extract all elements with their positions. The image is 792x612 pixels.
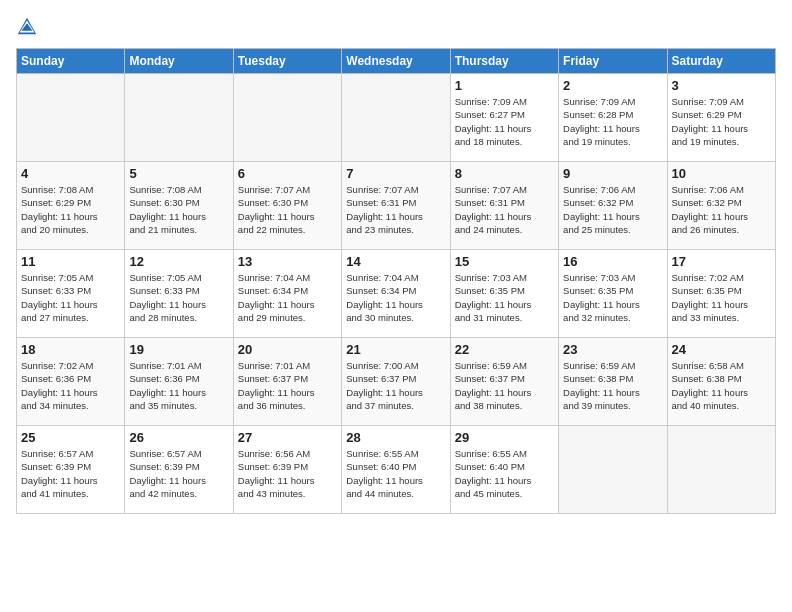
day-info: Sunrise: 7:08 AM Sunset: 6:29 PM Dayligh… [21, 183, 120, 236]
day-info: Sunrise: 7:00 AM Sunset: 6:37 PM Dayligh… [346, 359, 445, 412]
calendar-cell: 15Sunrise: 7:03 AM Sunset: 6:35 PM Dayli… [450, 250, 558, 338]
day-number: 16 [563, 254, 662, 269]
day-info: Sunrise: 7:06 AM Sunset: 6:32 PM Dayligh… [672, 183, 771, 236]
col-header-friday: Friday [559, 49, 667, 74]
calendar-cell: 2Sunrise: 7:09 AM Sunset: 6:28 PM Daylig… [559, 74, 667, 162]
day-number: 7 [346, 166, 445, 181]
calendar-table: SundayMondayTuesdayWednesdayThursdayFrid… [16, 48, 776, 514]
day-number: 1 [455, 78, 554, 93]
day-info: Sunrise: 7:08 AM Sunset: 6:30 PM Dayligh… [129, 183, 228, 236]
week-row-4: 18Sunrise: 7:02 AM Sunset: 6:36 PM Dayli… [17, 338, 776, 426]
calendar-cell: 3Sunrise: 7:09 AM Sunset: 6:29 PM Daylig… [667, 74, 775, 162]
col-header-tuesday: Tuesday [233, 49, 341, 74]
day-number: 18 [21, 342, 120, 357]
day-info: Sunrise: 7:09 AM Sunset: 6:27 PM Dayligh… [455, 95, 554, 148]
day-info: Sunrise: 6:59 AM Sunset: 6:37 PM Dayligh… [455, 359, 554, 412]
week-row-3: 11Sunrise: 7:05 AM Sunset: 6:33 PM Dayli… [17, 250, 776, 338]
day-number: 8 [455, 166, 554, 181]
day-info: Sunrise: 7:07 AM Sunset: 6:30 PM Dayligh… [238, 183, 337, 236]
day-number: 27 [238, 430, 337, 445]
calendar-cell [342, 74, 450, 162]
day-info: Sunrise: 6:58 AM Sunset: 6:38 PM Dayligh… [672, 359, 771, 412]
calendar-cell: 24Sunrise: 6:58 AM Sunset: 6:38 PM Dayli… [667, 338, 775, 426]
calendar-cell: 16Sunrise: 7:03 AM Sunset: 6:35 PM Dayli… [559, 250, 667, 338]
calendar-cell: 14Sunrise: 7:04 AM Sunset: 6:34 PM Dayli… [342, 250, 450, 338]
day-info: Sunrise: 7:09 AM Sunset: 6:29 PM Dayligh… [672, 95, 771, 148]
col-header-thursday: Thursday [450, 49, 558, 74]
day-number: 6 [238, 166, 337, 181]
day-number: 26 [129, 430, 228, 445]
calendar-cell: 23Sunrise: 6:59 AM Sunset: 6:38 PM Dayli… [559, 338, 667, 426]
day-number: 25 [21, 430, 120, 445]
week-row-1: 1Sunrise: 7:09 AM Sunset: 6:27 PM Daylig… [17, 74, 776, 162]
day-info: Sunrise: 7:02 AM Sunset: 6:36 PM Dayligh… [21, 359, 120, 412]
day-number: 28 [346, 430, 445, 445]
day-info: Sunrise: 6:55 AM Sunset: 6:40 PM Dayligh… [346, 447, 445, 500]
col-header-sunday: Sunday [17, 49, 125, 74]
week-row-5: 25Sunrise: 6:57 AM Sunset: 6:39 PM Dayli… [17, 426, 776, 514]
day-info: Sunrise: 6:59 AM Sunset: 6:38 PM Dayligh… [563, 359, 662, 412]
calendar-cell: 18Sunrise: 7:02 AM Sunset: 6:36 PM Dayli… [17, 338, 125, 426]
calendar-cell: 8Sunrise: 7:07 AM Sunset: 6:31 PM Daylig… [450, 162, 558, 250]
col-header-wednesday: Wednesday [342, 49, 450, 74]
calendar-cell: 28Sunrise: 6:55 AM Sunset: 6:40 PM Dayli… [342, 426, 450, 514]
day-info: Sunrise: 7:03 AM Sunset: 6:35 PM Dayligh… [455, 271, 554, 324]
day-number: 21 [346, 342, 445, 357]
day-number: 20 [238, 342, 337, 357]
calendar-cell: 4Sunrise: 7:08 AM Sunset: 6:29 PM Daylig… [17, 162, 125, 250]
calendar-cell: 25Sunrise: 6:57 AM Sunset: 6:39 PM Dayli… [17, 426, 125, 514]
day-number: 5 [129, 166, 228, 181]
day-number: 22 [455, 342, 554, 357]
day-number: 13 [238, 254, 337, 269]
day-number: 15 [455, 254, 554, 269]
day-number: 19 [129, 342, 228, 357]
calendar-cell: 22Sunrise: 6:59 AM Sunset: 6:37 PM Dayli… [450, 338, 558, 426]
day-info: Sunrise: 7:05 AM Sunset: 6:33 PM Dayligh… [129, 271, 228, 324]
calendar-cell: 17Sunrise: 7:02 AM Sunset: 6:35 PM Dayli… [667, 250, 775, 338]
day-info: Sunrise: 7:05 AM Sunset: 6:33 PM Dayligh… [21, 271, 120, 324]
day-number: 4 [21, 166, 120, 181]
calendar-cell: 19Sunrise: 7:01 AM Sunset: 6:36 PM Dayli… [125, 338, 233, 426]
day-number: 29 [455, 430, 554, 445]
calendar-cell: 26Sunrise: 6:57 AM Sunset: 6:39 PM Dayli… [125, 426, 233, 514]
day-info: Sunrise: 7:06 AM Sunset: 6:32 PM Dayligh… [563, 183, 662, 236]
day-number: 12 [129, 254, 228, 269]
calendar-cell: 10Sunrise: 7:06 AM Sunset: 6:32 PM Dayli… [667, 162, 775, 250]
calendar-cell [233, 74, 341, 162]
calendar-cell: 7Sunrise: 7:07 AM Sunset: 6:31 PM Daylig… [342, 162, 450, 250]
calendar-cell: 12Sunrise: 7:05 AM Sunset: 6:33 PM Dayli… [125, 250, 233, 338]
calendar-cell: 6Sunrise: 7:07 AM Sunset: 6:30 PM Daylig… [233, 162, 341, 250]
day-number: 14 [346, 254, 445, 269]
calendar-cell: 1Sunrise: 7:09 AM Sunset: 6:27 PM Daylig… [450, 74, 558, 162]
day-info: Sunrise: 6:57 AM Sunset: 6:39 PM Dayligh… [21, 447, 120, 500]
logo-icon [16, 16, 38, 38]
day-number: 10 [672, 166, 771, 181]
calendar-cell: 13Sunrise: 7:04 AM Sunset: 6:34 PM Dayli… [233, 250, 341, 338]
day-info: Sunrise: 7:04 AM Sunset: 6:34 PM Dayligh… [238, 271, 337, 324]
calendar-header-row: SundayMondayTuesdayWednesdayThursdayFrid… [17, 49, 776, 74]
calendar-cell [17, 74, 125, 162]
day-info: Sunrise: 7:04 AM Sunset: 6:34 PM Dayligh… [346, 271, 445, 324]
day-info: Sunrise: 7:01 AM Sunset: 6:37 PM Dayligh… [238, 359, 337, 412]
day-number: 2 [563, 78, 662, 93]
calendar-cell: 11Sunrise: 7:05 AM Sunset: 6:33 PM Dayli… [17, 250, 125, 338]
calendar-cell: 5Sunrise: 7:08 AM Sunset: 6:30 PM Daylig… [125, 162, 233, 250]
day-number: 17 [672, 254, 771, 269]
day-info: Sunrise: 7:09 AM Sunset: 6:28 PM Dayligh… [563, 95, 662, 148]
day-info: Sunrise: 7:07 AM Sunset: 6:31 PM Dayligh… [455, 183, 554, 236]
calendar-cell: 21Sunrise: 7:00 AM Sunset: 6:37 PM Dayli… [342, 338, 450, 426]
day-number: 24 [672, 342, 771, 357]
day-number: 9 [563, 166, 662, 181]
calendar-cell [125, 74, 233, 162]
col-header-saturday: Saturday [667, 49, 775, 74]
col-header-monday: Monday [125, 49, 233, 74]
calendar-cell [667, 426, 775, 514]
day-number: 23 [563, 342, 662, 357]
day-info: Sunrise: 6:57 AM Sunset: 6:39 PM Dayligh… [129, 447, 228, 500]
day-info: Sunrise: 7:03 AM Sunset: 6:35 PM Dayligh… [563, 271, 662, 324]
calendar-cell: 29Sunrise: 6:55 AM Sunset: 6:40 PM Dayli… [450, 426, 558, 514]
day-info: Sunrise: 7:02 AM Sunset: 6:35 PM Dayligh… [672, 271, 771, 324]
calendar-cell: 9Sunrise: 7:06 AM Sunset: 6:32 PM Daylig… [559, 162, 667, 250]
calendar-cell [559, 426, 667, 514]
logo [16, 16, 42, 38]
